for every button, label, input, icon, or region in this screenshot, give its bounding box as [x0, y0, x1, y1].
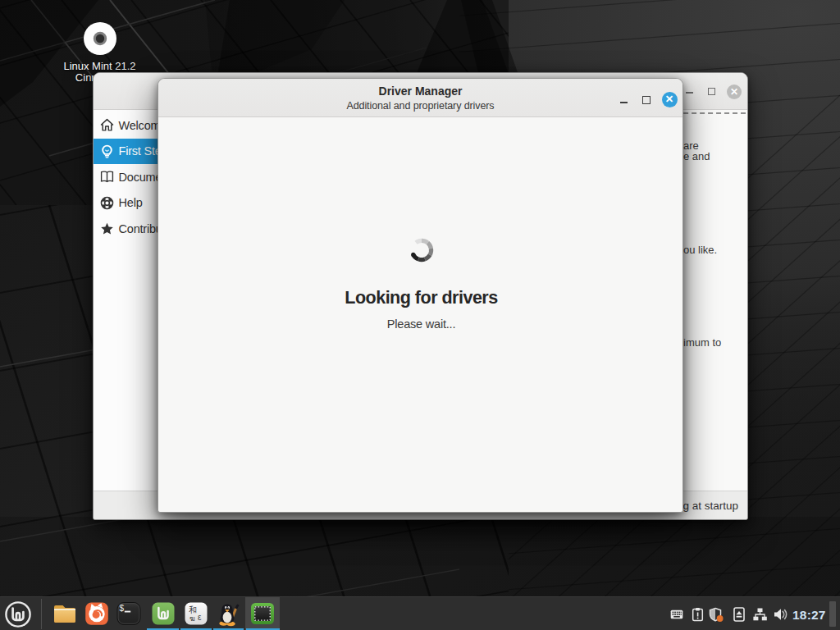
svg-text:ε: ε [198, 613, 202, 622]
svg-text:和: 和 [189, 605, 197, 614]
svg-text:ฆ: ฆ [189, 614, 195, 623]
svg-text:$: $ [120, 604, 125, 613]
